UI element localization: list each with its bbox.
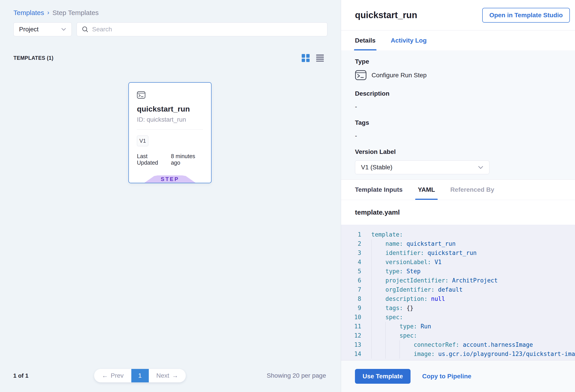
scope-selector[interactable]: Project xyxy=(13,23,72,36)
template-details-panel: quickstart_run Open in Template Studio D… xyxy=(341,0,575,392)
indent-guide xyxy=(371,294,385,303)
line-number: 12 xyxy=(341,331,361,340)
use-template-button[interactable]: Use Template xyxy=(355,369,410,384)
yaml-line-12: 12spec: xyxy=(341,331,575,340)
line-number: 11 xyxy=(341,322,361,331)
prev-page-button[interactable]: ← Prev xyxy=(94,369,131,382)
pagination: ← Prev 1 Next → xyxy=(94,369,186,382)
run-step-icon xyxy=(137,91,203,99)
run-step-icon xyxy=(355,70,367,80)
yaml-line-10: 10spec: xyxy=(341,313,575,322)
yaml-key: orgIdentifier: xyxy=(385,285,434,294)
next-label: Next xyxy=(156,372,169,379)
chevron-down-icon xyxy=(478,166,483,169)
yaml-value: Run xyxy=(417,322,431,331)
line-number: 5 xyxy=(341,267,361,276)
code-text: type: Run xyxy=(371,322,431,331)
arrow-right-icon: → xyxy=(172,372,178,379)
copy-to-pipeline-link[interactable]: Copy to Pipeline xyxy=(422,373,471,380)
yaml-key: template: xyxy=(371,230,403,239)
indent-guide xyxy=(371,340,385,349)
indent-guide xyxy=(371,322,385,331)
indent-guide xyxy=(371,258,385,267)
yaml-key: connectorRef: xyxy=(414,340,459,349)
version-select-value: V1 (Stable) xyxy=(361,164,392,171)
tags-label: Tags xyxy=(355,119,568,126)
type-value: Configure Run Step xyxy=(372,72,427,79)
details-tabs: Details Activity Log xyxy=(341,30,575,50)
yaml-key: type: xyxy=(385,267,403,276)
yaml-value: account.harnessImage xyxy=(459,340,533,349)
tab-details[interactable]: Details xyxy=(355,30,376,50)
version-label: Version Label xyxy=(355,148,568,156)
code-text: spec: xyxy=(371,331,417,340)
grid-view-icon[interactable] xyxy=(301,54,310,62)
code-text: spec: xyxy=(371,313,403,322)
last-updated-row: Last Updated 8 minutes ago xyxy=(137,153,203,166)
tab-yaml[interactable]: YAML xyxy=(418,180,435,200)
template-card[interactable]: quickstart_run ID: quickstart_run V1 Las… xyxy=(128,82,212,183)
breadcrumb-templates-link[interactable]: Templates xyxy=(13,9,44,17)
line-number: 2 xyxy=(341,239,361,248)
code-text: connectorRef: account.harnessImage xyxy=(371,340,533,349)
indent-guide xyxy=(400,349,414,359)
filter-row: Project xyxy=(13,23,327,36)
indent-guide xyxy=(371,285,385,294)
yaml-value: null xyxy=(428,294,445,303)
yaml-line-3: 3identifier: quickstart_run xyxy=(341,248,575,258)
line-number: 7 xyxy=(341,285,361,294)
last-updated-label: Last Updated xyxy=(137,153,168,166)
line-number: 10 xyxy=(341,313,361,322)
yaml-line-6: 6projectIdentifier: ArchitProject xyxy=(341,276,575,285)
step-kind-ribbon: STEP xyxy=(144,175,196,183)
indent-guide xyxy=(371,313,385,322)
code-text: type: Step xyxy=(371,267,421,276)
yaml-value: default xyxy=(434,285,462,294)
details-fields: Type Configure Run Step Description - Ta… xyxy=(341,50,575,180)
next-page-button[interactable]: Next → xyxy=(149,369,186,382)
type-label: Type xyxy=(355,58,568,65)
page-number-button[interactable]: 1 xyxy=(131,369,149,382)
yaml-key: projectIdentifier: xyxy=(385,276,449,285)
yaml-filename: template.yaml xyxy=(355,208,400,216)
yaml-line-5: 5type: Step xyxy=(341,267,575,276)
yaml-key: image: xyxy=(414,349,435,359)
list-header: TEMPLATES (1) xyxy=(13,54,324,62)
last-updated-value: 8 minutes ago xyxy=(171,153,203,166)
open-template-studio-button[interactable]: Open in Template Studio xyxy=(482,8,570,23)
search-box xyxy=(77,23,327,36)
description-value: - xyxy=(355,103,568,110)
yaml-value: ArchitProject xyxy=(449,276,498,285)
indent-guide xyxy=(385,349,400,359)
page-size-label: Showing 20 per page xyxy=(267,372,326,379)
description-label: Description xyxy=(355,90,568,97)
version-label-select[interactable]: V1 (Stable) xyxy=(355,160,489,174)
indent-guide xyxy=(371,267,385,276)
yaml-line-13: 13connectorRef: account.harnessImage xyxy=(341,340,575,349)
yaml-key: tags: xyxy=(385,303,403,313)
templates-list-panel: Templates › Step Templates Project TEMPL… xyxy=(0,0,341,392)
yaml-line-4: 4versionLabel: V1 xyxy=(341,258,575,267)
yaml-key: identifier: xyxy=(385,248,424,258)
line-number: 14 xyxy=(341,349,361,359)
search-input[interactable] xyxy=(92,26,322,33)
yaml-line-14: 14image: us.gcr.io/playground-123/quicks… xyxy=(341,349,575,359)
yaml-file-header: template.yaml xyxy=(341,200,575,225)
search-icon xyxy=(82,26,89,33)
list-view-icon[interactable] xyxy=(316,54,324,62)
prev-label: Prev xyxy=(111,372,124,379)
type-row: Configure Run Step xyxy=(355,70,568,80)
indent-guide xyxy=(371,303,385,313)
line-number: 3 xyxy=(341,248,361,258)
tab-template-inputs[interactable]: Template Inputs xyxy=(355,180,403,200)
code-text: description: null xyxy=(371,294,445,303)
tab-referenced-by[interactable]: Referenced By xyxy=(450,180,494,200)
code-text: image: us.gcr.io/playground-123/quicksta… xyxy=(371,349,575,359)
yaml-editor[interactable]: 1template:2name: quickstart_run3identifi… xyxy=(341,225,575,360)
tab-activity-log[interactable]: Activity Log xyxy=(391,30,427,50)
yaml-value: quickstart_run xyxy=(424,248,477,258)
chevron-down-icon xyxy=(61,28,66,31)
tags-value: - xyxy=(355,132,568,139)
yaml-key: type: xyxy=(400,322,417,331)
code-text: template: xyxy=(371,230,403,239)
